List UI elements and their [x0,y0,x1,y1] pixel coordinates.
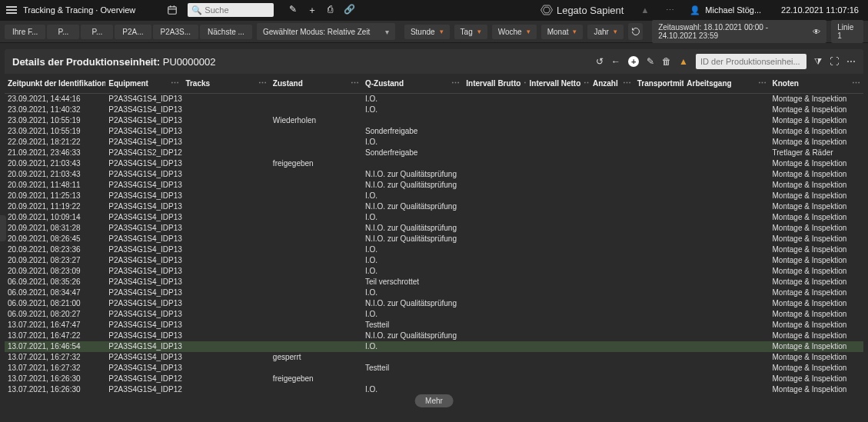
edit-icon[interactable]: ✎ [289,4,297,17]
table-row[interactable]: 20.09.2021, 21:03:43P2A3S4G1S4_IDP13N.I.… [5,169,863,180]
column-menu-icon[interactable]: ⋯ [451,78,460,88]
table-row[interactable]: 23.09.2021, 11:40:32P2A3S4G1S4_IDP13I.O.… [5,105,863,115]
table-row[interactable]: 06.09.2021, 08:35:26P2A3S4G1S4_IDP13Teil… [5,277,863,287]
table-row[interactable]: 06.09.2021, 08:20:27P2A3S4G1S4_IDP13I.O.… [5,309,863,320]
column-menu-icon[interactable]: ⋯ [584,78,590,88]
cell-equip: P2A3S4G1S4_IDP13 [105,115,182,126]
cell-kn: Montage & Inspektion [770,363,863,374]
table-row[interactable]: 20.09.2021, 08:23:27P2A3S4G1S4_IDP13I.O.… [5,255,863,266]
breadcrumb-item[interactable]: Ihre F... [5,25,45,39]
breadcrumb-item[interactable]: P... [81,25,113,39]
col-header-ib[interactable]: Intervall Brutto⋯ [463,74,526,94]
column-menu-icon[interactable]: ⋯ [852,78,860,88]
col-header-tracks[interactable]: Tracks⋯ [182,74,269,94]
history-icon[interactable]: ↺ [596,56,604,67]
cell-equip: P2A3S4G1S4_IDP13 [105,158,182,169]
table-row[interactable]: 20.09.2021, 08:26:45P2A3S4G1S4_IDP13N.I.… [5,234,863,244]
time-pill-jahr[interactable]: Jahr▾ [587,25,623,39]
table-row[interactable]: 13.07.2021, 16:27:32P2A3S4G1S4_IDP13Test… [5,363,863,374]
add-icon[interactable]: ＋ [308,4,317,17]
table-row[interactable]: 20.09.2021, 08:31:28P2A3S4G1S4_IDP13N.I.… [5,223,863,234]
col-header-equip[interactable]: Equipment⋯ [105,74,182,94]
table-row[interactable]: 20.09.2021, 11:25:13P2A3S4G1S4_IDP13I.O.… [5,191,863,201]
time-pill-woche[interactable]: Woche▾ [492,25,537,39]
load-more-button[interactable]: Mehr [414,394,454,407]
table-row[interactable]: 13.07.2021, 16:26:30P2A3S4G1S4_IDP12I.O.… [5,384,863,395]
table-row[interactable]: 20.09.2021, 08:23:09P2A3S4G1S4_IDP13I.O.… [5,266,863,277]
table-row[interactable]: 06.09.2021, 08:34:47P2A3S4G1S4_IDP13I.O.… [5,287,863,298]
more-icon[interactable]: ⋯ [846,56,856,67]
hamburger-menu-icon[interactable] [6,6,17,14]
time-pill-monat[interactable]: Monat▾ [541,25,584,39]
expand-icon[interactable]: ⛶ [830,56,839,67]
table-row[interactable]: 21.09.2021, 23:46:33P2A3S4G1S2_IDP12Sond… [5,148,863,158]
table-row[interactable]: 20.09.2021, 10:09:14P2A3S4G1S4_IDP13I.O.… [5,212,863,223]
column-menu-icon[interactable]: ⋯ [623,78,631,88]
line-badge[interactable]: Linie 1 [831,20,863,43]
col-header-anz[interactable]: Anzahl⋯ [590,74,634,94]
cell-tracks [182,212,269,223]
table-row[interactable]: 23.09.2021, 14:44:16P2A3S4G1S4_IDP13I.O.… [5,94,863,105]
global-search[interactable]: 🔍 [188,3,274,17]
chevron-down-icon: ▾ [385,28,389,36]
table-row[interactable]: 20.09.2021, 11:19:22P2A3S4G1S4_IDP13N.I.… [5,201,863,212]
col-header-time[interactable]: Zeitpunkt der Identifikation...⋯ [5,74,105,94]
col-header-tm[interactable]: Transportmitte [634,74,684,94]
table-row[interactable]: 06.09.2021, 08:21:00P2A3S4G1S4_IDP13N.I.… [5,298,863,309]
link-icon[interactable]: 🔗 [344,4,355,17]
alert-icon[interactable]: ▲ [640,5,649,15]
column-menu-icon[interactable]: ⋯ [351,78,359,88]
column-menu-icon[interactable]: ⋯ [758,78,767,88]
pu-id-search-input[interactable] [696,54,806,69]
refresh-button[interactable] [628,23,643,40]
cell-state [270,169,362,180]
add-row-icon[interactable]: + [628,56,639,67]
user-menu[interactable]: 👤 Michael Stög... [690,5,761,15]
col-header-in[interactable]: Intervall Netto⋯ [527,74,590,94]
col-header-qstate[interactable]: Q-Zustand⋯ [362,74,463,94]
cell-ag [683,244,769,255]
cell-ag [683,212,769,223]
cell-qstate: I.O. [362,105,463,115]
warning-icon[interactable]: ▲ [679,56,688,67]
table-row[interactable]: 23.09.2021, 10:55:19P2A3S4G1S4_IDP13Wied… [5,115,863,126]
col-header-state[interactable]: Zustand⋯ [270,74,362,94]
table-row[interactable]: 20.09.2021, 11:48:11P2A3S4G1S4_IDP13N.I.… [5,180,863,191]
delete-icon[interactable]: 🗑 [662,56,671,67]
table-row[interactable]: 13.07.2021, 16:26:30P2A3S4G1S4_IDP12frei… [5,374,863,384]
column-menu-icon[interactable]: ⋯ [171,78,179,88]
column-menu-icon[interactable]: ⋯ [258,78,267,88]
cell-time: 20.09.2021, 21:03:43 [5,169,105,180]
col-header-kn[interactable]: Knoten⋯ [770,74,863,94]
dropdown-icon[interactable]: ⋯ [666,5,674,15]
table-row[interactable]: 20.09.2021, 08:23:36P2A3S4G1S4_IDP13I.O.… [5,244,863,255]
calendar-icon[interactable] [163,3,181,17]
table-row[interactable]: 13.07.2021, 16:47:22P2A3S4G1S4_IDP13N.I.… [5,331,863,341]
col-header-ag[interactable]: Arbeitsgang⋯ [683,74,769,94]
print-icon[interactable]: ⎙ [328,4,333,17]
breadcrumb-item[interactable]: P... [47,25,79,39]
time-pill-stunde[interactable]: Stunde▾ [404,25,450,39]
breadcrumb-item[interactable]: Nächste ... [200,25,252,39]
table-row[interactable]: 23.09.2021, 10:55:19P2A3S4G1S4_IDP13Sond… [5,126,863,137]
side-drawer-handle[interactable] [0,215,6,241]
cell-qstate [362,352,463,363]
mode-select[interactable]: Gewählter Modus: Relative Zeit▾ [257,23,395,40]
table-row[interactable]: 13.07.2021, 16:46:54P2A3S4G1S4_IDP13I.O.… [5,341,863,352]
cell-qstate: N.I.O. zur Qualitätsprüfung [362,201,463,212]
timerange[interactable]: Zeitauswahl: 18.10.2021 00:00 - 24.10.20… [652,20,826,43]
table-row[interactable]: 13.07.2021, 16:47:47P2A3S4G1S4_IDP13Test… [5,320,863,331]
filter-icon[interactable]: ⧩ [814,56,822,67]
cell-tracks [182,115,269,126]
search-icon: 🔍 [191,5,202,15]
breadcrumb-item[interactable]: P2A... [115,25,151,39]
table-row[interactable]: 22.09.2021, 18:21:22P2A3S4G1S4_IDP13I.O.… [5,137,863,148]
table-row[interactable]: 20.09.2021, 21:03:43P2A3S4G1S4_IDP13frei… [5,158,863,169]
time-pill-tag[interactable]: Tag▾ [454,25,487,39]
breadcrumb-item[interactable]: P2A3S... [153,25,198,39]
back-icon[interactable]: ← [611,56,620,67]
cell-ag [683,234,769,244]
edit-panel-icon[interactable]: ✎ [647,56,654,67]
table-row[interactable]: 13.07.2021, 16:27:32P2A3S4G1S4_IDP13gesp… [5,352,863,363]
user-name: Michael Stög... [705,5,761,15]
